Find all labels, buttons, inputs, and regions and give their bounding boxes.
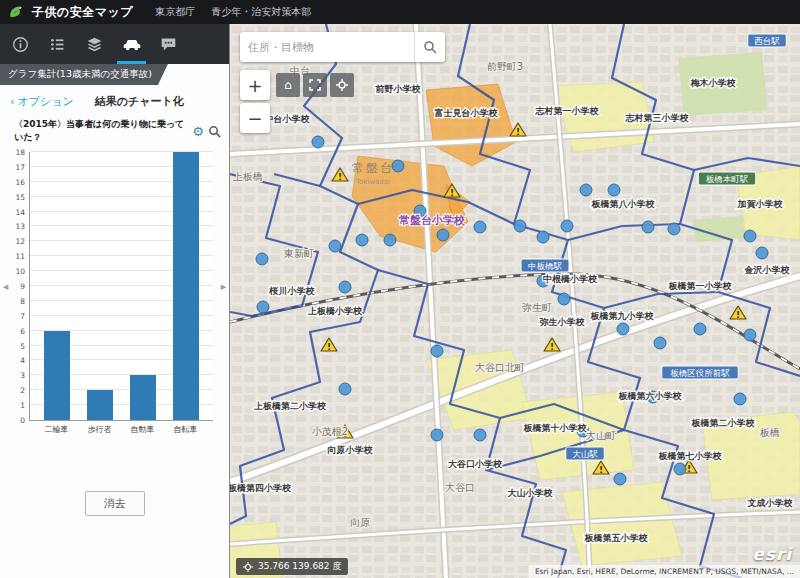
chart-next-arrow[interactable]: ▸ [218, 152, 229, 420]
map-label: 小茂根2 [312, 426, 348, 437]
incident-marker[interactable] [654, 337, 666, 349]
tool-traffic-accidents[interactable] [113, 24, 150, 64]
incident-marker[interactable] [537, 231, 549, 243]
map-label: 板橋第九小学校 [590, 311, 655, 321]
map-label: 弥生小学校 [540, 317, 586, 327]
y-tick-label: 11 [15, 252, 25, 261]
incident-marker[interactable] [431, 345, 443, 357]
home-extent-button[interactable]: ⌂ [276, 73, 300, 97]
incident-marker[interactable] [558, 293, 570, 305]
incident-marker[interactable] [339, 383, 351, 395]
options-back-link[interactable]: ‹ オプション [10, 94, 74, 109]
tool-comments[interactable] [150, 24, 187, 64]
search-button[interactable] [414, 32, 445, 62]
map-label: 上板橋小学校 [307, 306, 363, 316]
clear-button[interactable]: 消去 [85, 491, 145, 516]
chart-title: 〈2015年〉当事者は何の乗り物に乗っていた？ [14, 118, 188, 144]
chart-prev-arrow[interactable]: ◂ [0, 152, 11, 420]
icon-toolbar [0, 24, 229, 64]
incident-marker[interactable] [312, 136, 324, 148]
chart-bars [30, 152, 213, 420]
graph-panel: グラフ集計(13歳未満の交通事故) ‹ オプション 結果のチャート化 〈2015… [0, 64, 229, 578]
bar-二輪車 [44, 331, 70, 420]
link-safety-bureau[interactable]: 青少年・治安対策本部 [211, 5, 311, 19]
incident-marker[interactable] [356, 234, 368, 246]
incident-marker[interactable] [339, 281, 351, 293]
incident-marker[interactable] [668, 223, 680, 235]
map-attribution: Esri Japan, Esri, HERE, DeLorme, INCREME… [529, 565, 800, 578]
incident-marker[interactable] [474, 221, 486, 233]
incident-marker[interactable] [329, 240, 341, 252]
incident-marker[interactable] [384, 234, 396, 246]
incident-marker[interactable] [744, 329, 756, 341]
incident-marker[interactable] [474, 429, 486, 441]
incident-marker[interactable] [561, 220, 573, 232]
sidebar: グラフ集計(13歳未満の交通事故) ‹ オプション 結果のチャート化 〈2015… [0, 24, 230, 578]
y-tick-label: 6 [20, 326, 25, 335]
full-extent-button[interactable] [303, 73, 327, 97]
map-label: 板橋第一小学校 [668, 281, 733, 291]
layers-icon [86, 36, 103, 53]
search-input[interactable] [240, 41, 414, 53]
map-canvas[interactable]: !!!!!!!!! 前野町3前野小学校中台小学校中台富士見台小学校志村第一小学校… [230, 24, 800, 578]
chart-x-axis: 二輪車歩行者自動車自転車 [29, 424, 213, 435]
incident-marker[interactable] [431, 429, 443, 441]
y-tick-label: 0 [20, 416, 25, 425]
legend-list-icon [49, 36, 66, 53]
chart-plot-area [29, 152, 213, 421]
incident-marker[interactable] [642, 221, 654, 233]
incident-marker[interactable] [514, 220, 526, 232]
map-label: 梅木小学校 [690, 78, 737, 88]
zoom-out-button[interactable]: − [240, 103, 270, 133]
y-tick-label: 7 [20, 311, 25, 320]
station-badge-label: 西台駅 [754, 36, 780, 46]
map-label: 中根橋小学校 [543, 274, 598, 284]
map-search-box [240, 32, 445, 62]
app-logo-bird-icon [8, 4, 24, 20]
locate-button[interactable] [330, 73, 354, 97]
map-label: 大山小学校 [508, 488, 554, 498]
y-tick-label: 1 [20, 401, 25, 410]
y-tick-label: 13 [15, 222, 25, 231]
map-label: 常盤台小学校 [399, 214, 466, 227]
bar-自動車 [130, 375, 156, 420]
map-label: 中台小学校 [265, 114, 311, 124]
incident-marker[interactable] [437, 229, 449, 241]
y-tick-label: 9 [20, 282, 25, 291]
incident-marker[interactable] [674, 463, 686, 475]
map-label: 向原 [350, 517, 370, 528]
incident-marker[interactable] [580, 184, 592, 196]
zoom-in-button[interactable]: + [240, 70, 270, 100]
info-icon [12, 36, 29, 53]
x-tick-label: 歩行者 [87, 424, 113, 435]
incident-marker[interactable] [257, 301, 269, 313]
link-tokyo-metro[interactable]: 東京都庁 [155, 5, 195, 19]
map-label: 金沢小学校 [744, 265, 791, 275]
y-tick-label: 15 [15, 192, 25, 201]
y-tick-label: 12 [15, 237, 25, 246]
incident-marker[interactable] [608, 184, 620, 196]
station-badge-label: 板橋区役所前駅 [670, 368, 730, 378]
incident-marker[interactable] [744, 230, 756, 242]
tool-legend[interactable] [39, 24, 76, 64]
tool-info[interactable] [2, 24, 39, 64]
incident-marker[interactable] [694, 323, 706, 335]
y-tick-label: 4 [20, 356, 25, 365]
chart-zoom-icon[interactable] [208, 125, 221, 138]
map-label: 志村第三小学校 [625, 113, 690, 123]
incident-marker[interactable] [617, 323, 629, 335]
incident-marker[interactable] [256, 253, 268, 265]
map-label: 上板橋第四小学校 [230, 483, 292, 493]
map-mini-tools: ⌂ [276, 73, 354, 97]
incident-marker[interactable] [734, 393, 746, 405]
gear-icon[interactable]: ⚙ [192, 125, 204, 138]
incident-marker[interactable] [614, 473, 626, 485]
x-tick-label: 自動車 [130, 424, 156, 435]
app-title: 子供の安全マップ [32, 4, 133, 21]
x-tick-label: 自転車 [173, 424, 199, 435]
esri-logo: esri [752, 544, 792, 564]
map-label: 桜川小学校 [269, 286, 316, 296]
map-label: 板橋第八小学校 [591, 199, 656, 209]
incident-marker[interactable] [756, 247, 768, 259]
tool-layers[interactable] [76, 24, 113, 64]
